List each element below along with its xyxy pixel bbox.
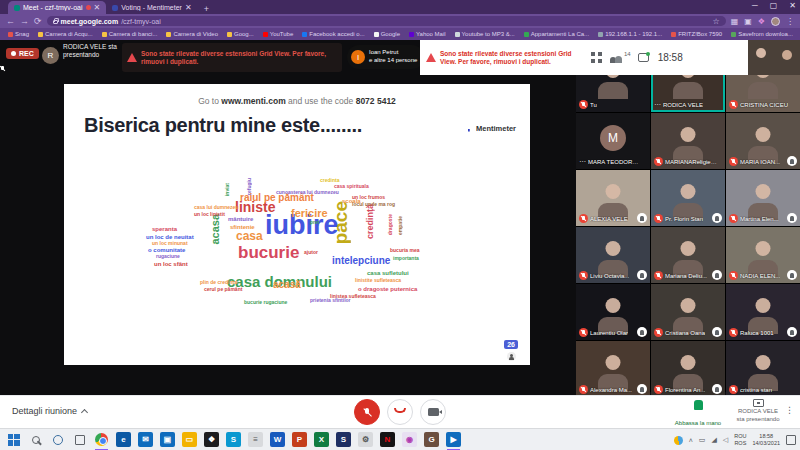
tab-close-icon[interactable]: ✕: [94, 3, 101, 12]
bookmark-item[interactable]: FRITZ!Box 7590: [671, 31, 722, 37]
browser-tab[interactable]: Meet - czf-tmyv-oai ✕: [8, 1, 106, 14]
participant-tile[interactable]: Florentina An...: [651, 341, 725, 397]
participant-tile[interactable]: Pr. Florin Stan: [651, 170, 725, 226]
bookmark-item[interactable]: Facebook accedi o...: [302, 31, 364, 37]
bookmark-item[interactable]: YouTube: [263, 31, 294, 37]
sway-icon[interactable]: S: [336, 432, 351, 447]
cloud-word: rugaciune: [156, 254, 180, 259]
bookmark-item[interactable]: Appartamenti La Ca...: [524, 31, 589, 37]
bookmark-item[interactable]: Snag: [8, 31, 29, 37]
new-tab-button[interactable]: +: [204, 4, 209, 14]
cortana-icon[interactable]: [50, 432, 65, 447]
cloud-word: acasa: [210, 214, 221, 245]
bookmark-item[interactable]: Yahoo Mail: [409, 31, 446, 37]
participant-tile[interactable]: Alexandra Ma...: [576, 341, 650, 397]
participant-tile[interactable]: Cristiana Oana: [651, 284, 725, 340]
participant-tile[interactable]: Mariana Deliu...: [651, 227, 725, 283]
search-icon[interactable]: [28, 432, 43, 447]
participant-tile[interactable]: Laurentiu Olar: [576, 284, 650, 340]
notes-icon[interactable]: ≡: [248, 432, 263, 447]
mute-microphone-button[interactable]: [354, 399, 380, 425]
chrome-icon[interactable]: [94, 432, 109, 447]
cloud-word: un loc sfânt: [154, 261, 188, 267]
bookmark-item[interactable]: Savefrom downloa...: [731, 31, 793, 37]
speaker-avatar: I: [351, 50, 365, 64]
gimp-icon[interactable]: G: [424, 432, 439, 447]
extensions-puzzle-icon[interactable]: ❖: [758, 17, 765, 26]
movies-tv-icon[interactable]: ▶: [446, 432, 461, 447]
window-maximize-button[interactable]: ▢: [770, 1, 778, 10]
presenting-indicator[interactable]: RODICA VELEsta presentando: [732, 399, 784, 424]
bookmark-item[interactable]: Camera di Video: [166, 31, 218, 37]
participant-name: NADIA ELEN...: [740, 273, 780, 279]
meeting-details-button[interactable]: Dettagli riunione: [12, 406, 87, 416]
tray-language[interactable]: ROUROS: [734, 433, 746, 447]
speaker-pill[interactable]: I Ioan Petrute altre 14 persone: [347, 45, 424, 69]
tile-menu-icon[interactable]: ⋯: [654, 101, 661, 109]
excel-icon[interactable]: X: [314, 432, 329, 447]
participant-tile[interactable]: ALEXIA VELE: [576, 170, 650, 226]
cloud-word: cunoasterea lui dumnezeu: [276, 190, 339, 195]
bookmark-item[interactable]: Camera di Acqu...: [38, 31, 93, 37]
paint3d-icon[interactable]: ◉: [402, 432, 417, 447]
back-icon[interactable]: ←: [6, 17, 15, 26]
netflix-icon[interactable]: N: [380, 432, 395, 447]
browser-menu-icon[interactable]: ⋮: [786, 17, 794, 26]
participant-tile[interactable]: MARIA IOAN...: [726, 113, 800, 169]
dropbox-icon[interactable]: ❖: [204, 432, 219, 447]
window-close-button[interactable]: ✕: [789, 1, 796, 10]
participant-tile[interactable]: cristina stan: [726, 341, 800, 397]
extension-icon-2[interactable]: ▣: [744, 17, 752, 26]
tile-menu-icon[interactable]: ⋯: [579, 158, 586, 166]
participant-name: MARA TEODORA I...: [588, 159, 642, 165]
participant-tile[interactable]: Liviu Octavia...: [576, 227, 650, 283]
bookmark-star-icon[interactable]: ☆: [713, 17, 720, 26]
more-options-button[interactable]: ⋮: [785, 405, 794, 415]
tray-expand-icon[interactable]: ˄: [689, 437, 693, 444]
leave-call-button[interactable]: [387, 399, 413, 425]
bookmark-item[interactable]: Goog...: [227, 31, 254, 37]
window-minimize-button[interactable]: ─: [752, 1, 758, 10]
chat-icon[interactable]: [638, 53, 649, 62]
edge-icon[interactable]: e: [116, 432, 131, 447]
store-icon[interactable]: ▣: [160, 432, 175, 447]
participant-tile[interactable]: NADIA ELEN...: [726, 227, 800, 283]
grid-view-icon[interactable]: [591, 52, 602, 63]
meet-stage: Go to www.menti.com and use the code 807…: [0, 40, 800, 395]
task-view-icon[interactable]: [72, 432, 87, 447]
bookmark-item[interactable]: Youtube to MP3 &...: [455, 31, 515, 37]
participant-tile[interactable]: MARIANAReligie ...: [651, 113, 725, 169]
lower-hand-button[interactable]: Abbassa la mano: [668, 400, 728, 429]
tray-display-icon[interactable]: ▭: [699, 436, 706, 444]
tray-volume-icon[interactable]: ◁: [723, 436, 728, 444]
settings-icon[interactable]: ⚙: [358, 432, 373, 447]
corner-video-thumbnail[interactable]: [748, 40, 800, 75]
tab-close-icon[interactable]: ✕: [185, 3, 192, 12]
gridview-warning-toast-light: Sono state rilevate diverse estensioni G…: [426, 50, 584, 66]
bookmark-item[interactable]: 192.168.1.1 - 192.1...: [598, 31, 662, 37]
notification-center-icon[interactable]: [786, 435, 796, 445]
word-icon[interactable]: W: [270, 432, 285, 447]
address-bar[interactable]: meet.google.com /czf-tmyv-oai ☆: [47, 16, 726, 26]
file-explorer-icon[interactable]: ▭: [182, 432, 197, 447]
participant-tile[interactable]: Martina Elen...: [726, 170, 800, 226]
reload-icon[interactable]: ⟳: [34, 17, 42, 26]
participants-icon[interactable]: [609, 53, 623, 63]
mail-icon[interactable]: ✉: [138, 432, 153, 447]
bookmark-item[interactable]: Google: [374, 31, 400, 37]
camera-toggle-button[interactable]: [420, 399, 446, 425]
powerpoint-icon[interactable]: P: [292, 432, 307, 447]
start-button[interactable]: [6, 432, 21, 447]
tray-network-icon[interactable]: ◢: [711, 436, 716, 444]
tray-weather-icon[interactable]: [674, 436, 683, 445]
forward-icon[interactable]: →: [20, 17, 29, 26]
tray-clock[interactable]: 18:5814/03/2021: [752, 433, 780, 447]
extension-icon[interactable]: ▦: [731, 17, 739, 26]
browser-profile-avatar[interactable]: [771, 17, 780, 26]
browser-tab[interactable]: Voting - Mentimeter ✕: [106, 1, 197, 14]
participant-tile[interactable]: Raluca 1001: [726, 284, 800, 340]
participant-name: Martina Elen...: [740, 216, 779, 222]
skype-icon[interactable]: S: [226, 432, 241, 447]
participant-tile[interactable]: M ⋯ MARA TEODORA I...: [576, 113, 650, 169]
bookmark-item[interactable]: Camera di banci...: [102, 31, 158, 37]
